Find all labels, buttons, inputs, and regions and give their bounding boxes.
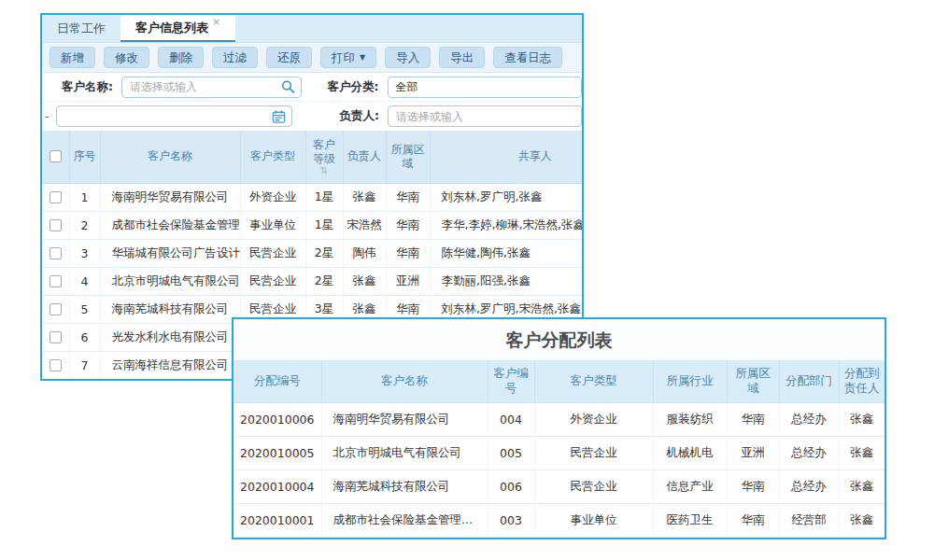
customer-name-link[interactable]: 光发水利水电有限公司 xyxy=(100,323,240,351)
owner-link[interactable]: 张鑫 xyxy=(343,183,386,211)
table-row: 2020010006 海南明华贸易有限公司 004 外资企业 服装纺织 华南 总… xyxy=(234,402,884,436)
alloc-id-link[interactable]: 2020010005 xyxy=(234,436,321,469)
customer-name-link[interactable]: 华瑞城有限公司广告设计部 xyxy=(100,239,240,267)
delete-button[interactable]: 删除 xyxy=(158,47,204,68)
close-icon[interactable]: × xyxy=(212,16,220,28)
col-customer-type: 客户类型 xyxy=(534,360,653,402)
customer-name-link[interactable]: 成都市社会保险基金管理... xyxy=(321,503,488,537)
assignee-link[interactable]: 张鑫 xyxy=(839,436,884,469)
date-input[interactable] xyxy=(57,106,292,126)
customer-name-link[interactable]: 海南芜城科技有限公司 xyxy=(321,469,488,503)
owner-link[interactable]: 陶伟 xyxy=(343,239,386,267)
customer-category-label: 客户分类: xyxy=(328,79,379,95)
alloc-id-link[interactable]: 2020010001 xyxy=(234,503,321,537)
customer-name-input[interactable] xyxy=(122,77,301,97)
col-customer-name: 客户名称 xyxy=(321,360,488,402)
search-row-1: 客户名称: 客户分类: 全部 xyxy=(42,73,582,102)
col-customer-name: 客户名称 xyxy=(100,131,240,183)
customer-table-header: 序号 客户名称 客户类型 客户等级 ⇅ 负责人 所属区域 共享人 xyxy=(42,131,584,183)
assignee-link[interactable]: 张鑫 xyxy=(839,469,884,503)
allocation-table-header: 分配编号 客户名称 客户编号 客户类型 所属行业 所属区域 分配部门 分配到责任… xyxy=(234,360,884,402)
table-row: 2020010004 海南芜城科技有限公司 006 民营企业 信息产业 华南 总… xyxy=(234,469,884,503)
col-shared: 共享人 xyxy=(430,131,584,183)
reset-button[interactable]: 还原 xyxy=(266,47,312,68)
date-range-separator: - xyxy=(45,109,50,123)
add-button[interactable]: 新增 xyxy=(50,47,95,68)
assignee-link[interactable]: 张鑫 xyxy=(839,402,884,436)
col-assignee: 分配到责任人 xyxy=(839,360,884,402)
select-all-checkbox[interactable] xyxy=(50,150,62,162)
filter-button[interactable]: 过滤 xyxy=(212,47,258,68)
chevron-down-icon: ▼ xyxy=(360,50,365,64)
col-industry: 所属行业 xyxy=(653,360,727,402)
row-checkbox[interactable] xyxy=(50,331,62,343)
col-owner: 负责人 xyxy=(343,131,386,183)
owner-label: 负责人: xyxy=(339,108,379,124)
owner-input[interactable] xyxy=(389,106,581,126)
owner-link[interactable]: 张鑫 xyxy=(343,267,386,295)
customer-category-select[interactable]: 全部 xyxy=(388,77,583,98)
tab-daily-work[interactable]: 日常工作 xyxy=(42,15,120,42)
row-checkbox[interactable] xyxy=(50,247,62,259)
view-log-button[interactable]: 查看日志 xyxy=(493,47,562,68)
row-checkbox[interactable] xyxy=(50,219,62,231)
assignee-link[interactable]: 张鑫 xyxy=(839,503,884,537)
col-customer-no: 客户编号 xyxy=(488,360,534,402)
row-checkbox[interactable] xyxy=(50,303,62,315)
owner-input-wrap xyxy=(388,105,582,127)
table-row: 1 海南明华贸易有限公司 外资企业 1星 张鑫 华南 刘东林,罗广明,张鑫 xyxy=(42,183,584,211)
col-region: 所属区域 xyxy=(727,360,779,402)
sort-icon[interactable]: ⇅ xyxy=(308,166,341,175)
col-alloc-id: 分配编号 xyxy=(234,360,321,402)
col-customer-level[interactable]: 客户等级 ⇅ xyxy=(305,131,343,183)
toolbar: 新增 修改 删除 过滤 还原 打印 ▼ 导入 导出 查看日志 xyxy=(42,43,582,73)
table-row: 3 华瑞城有限公司广告设计部 民营企业 2星 陶伟 华南 陈华健,陶伟,张鑫 xyxy=(42,239,584,267)
table-row: 2 成都市社会保险基金管理... 事业单位 1星 宋浩然 华南 李华,李婷,柳琳… xyxy=(42,211,584,239)
search-icon[interactable] xyxy=(281,80,295,94)
col-region: 所属区域 xyxy=(386,131,430,183)
print-button[interactable]: 打印 ▼ xyxy=(320,47,376,68)
date-input-wrap xyxy=(56,105,293,127)
col-customer-type: 客户类型 xyxy=(240,131,305,183)
col-seq: 序号 xyxy=(69,131,100,183)
customer-name-link[interactable]: 云南海祥信息有限公司 xyxy=(100,351,240,379)
tab-bar: 日常工作 客户信息列表 × xyxy=(42,15,582,43)
tab-customer-info-list[interactable]: 客户信息列表 × xyxy=(120,15,235,42)
row-checkbox[interactable] xyxy=(50,359,62,371)
table-row: 4 北京市明城电气有限公司 民营企业 2星 张鑫 亚洲 李勤丽,阳强,张鑫 xyxy=(42,267,584,295)
customer-name-link[interactable]: 北京市明城电气有限公司 xyxy=(321,436,488,469)
search-row-2: - 负责人: xyxy=(42,102,582,131)
customer-name-link[interactable]: 成都市社会保险基金管理... xyxy=(100,211,240,239)
customer-name-link[interactable]: 海南明华贸易有限公司 xyxy=(321,402,488,436)
customer-name-input-wrap xyxy=(121,77,302,98)
customer-allocation-panel: 客户分配列表 分配编号 客户名称 客户编号 客户类型 所属行业 所属区域 分配部… xyxy=(232,317,886,539)
calendar-icon[interactable] xyxy=(272,109,286,123)
table-row: 2020010001 成都市社会保险基金管理... 003 事业单位 医药卫生 … xyxy=(234,503,884,537)
row-checkbox[interactable] xyxy=(50,191,62,203)
export-button[interactable]: 导出 xyxy=(439,47,485,68)
customer-name-label: 客户名称: xyxy=(62,79,113,95)
table-row: 2020010005 北京市明城电气有限公司 005 民营企业 机械机电 亚洲 … xyxy=(234,436,884,469)
alloc-id-link[interactable]: 2020010004 xyxy=(234,469,321,503)
customer-name-link[interactable]: 海南芜城科技有限公司 xyxy=(100,295,240,323)
customer-name-link[interactable]: 北京市明城电气有限公司 xyxy=(100,267,240,295)
allocation-panel-title: 客户分配列表 xyxy=(234,319,884,360)
tab-label: 客户信息列表 xyxy=(135,20,208,36)
owner-link[interactable]: 宋浩然 xyxy=(343,211,386,239)
row-checkbox[interactable] xyxy=(50,275,62,287)
edit-button[interactable]: 修改 xyxy=(104,47,149,68)
alloc-id-link[interactable]: 2020010006 xyxy=(234,402,321,436)
allocation-table: 分配编号 客户名称 客户编号 客户类型 所属行业 所属区域 分配部门 分配到责任… xyxy=(234,360,884,538)
col-dept: 分配部门 xyxy=(779,360,839,402)
tab-label: 日常工作 xyxy=(57,21,106,37)
import-button[interactable]: 导入 xyxy=(385,47,431,68)
customer-name-link[interactable]: 海南明华贸易有限公司 xyxy=(100,183,240,211)
